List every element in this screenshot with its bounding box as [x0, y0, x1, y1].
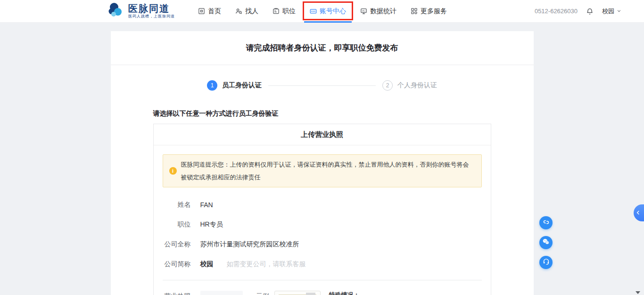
company-shortname-label: 公司简称: [163, 260, 191, 269]
user-name: 校园: [602, 7, 614, 16]
name-value: FAN: [200, 201, 213, 209]
nav-label: 职位: [282, 7, 296, 16]
logo-title: 医脉同道: [128, 4, 175, 13]
banner: 请完成招聘者身份认证，即享职位免费发布: [111, 31, 534, 65]
company-fullname-value: 苏州市计量测试研究所园区校准所: [200, 240, 299, 249]
instruction-text: 请选择以下任意一种方式进行员工身份验证: [153, 110, 491, 118]
sidebar-collapse-handle[interactable]: [634, 204, 644, 221]
page-title: 请完成招聘者身份认证，即享职位免费发布: [246, 42, 398, 53]
customer-service-button[interactable]: [539, 256, 553, 269]
floating-action-stack: [539, 216, 553, 269]
nav-item-jobs[interactable]: 职位: [272, 0, 296, 22]
nav-label: 数据统计: [370, 7, 396, 16]
license-upload-box[interactable]: [200, 291, 243, 295]
nav-item-find-people[interactable]: 找人: [235, 0, 258, 22]
example-label: 示例: [256, 291, 269, 295]
nav-label: 找人: [245, 7, 258, 16]
top-navbar: 医脉同道 医药人跳槽，上医脉同道 首页 找人: [0, 0, 644, 23]
upload-license-card: 上传营业执照 i 医脉同道提示您：上传的资料仅用于认证，请保证资料的真实性，禁止…: [153, 124, 491, 295]
special-cases-title: 特殊情况：: [329, 291, 475, 295]
find-people-icon: [235, 8, 242, 15]
account-center-icon: [310, 8, 317, 15]
form-row-name: 姓名 FAN: [163, 201, 482, 209]
form-row-company-shortname: 公司简称 校园 如需变更公司，请联系客服: [163, 260, 482, 269]
notice-banner: i 医脉同道提示您：上传的资料仅用于认证，请保证资料的真实性，禁止冒用他人的资料…: [163, 154, 482, 187]
main-nav: 首页 找人 职位: [191, 0, 454, 22]
position-value: HR专员: [200, 220, 223, 229]
nav-item-statistics[interactable]: 数据统计: [360, 0, 396, 22]
share-link-button[interactable]: [539, 216, 553, 229]
form-row-position: 职位 HR专员: [163, 220, 482, 229]
notification-bell-icon[interactable]: [586, 8, 594, 15]
active-tab-underline: [304, 21, 352, 23]
step-label: 个人身份认证: [397, 81, 437, 90]
step-employee-verification: 1 员工身份认证: [207, 80, 262, 91]
verification-form: 姓名 FAN 职位 HR专员 公司全称 苏州市计量测试研究所园区校准所 公司简称…: [163, 201, 482, 269]
form-row-company-fullname: 公司全称 苏州市计量测试研究所园区校准所: [163, 240, 482, 249]
nav-item-account-center[interactable]: 账号中心: [310, 0, 346, 22]
info-icon: i: [169, 167, 177, 175]
license-label: 营业执照: [163, 291, 191, 295]
nav-label: 账号中心: [320, 7, 346, 16]
license-example-image[interactable]: 营业执照: [274, 291, 321, 295]
step-indicator: 1 员工身份认证 2 个人身份认证: [111, 80, 534, 91]
service-phone: 0512-62626030: [535, 8, 578, 15]
step-label: 员工身份认证: [222, 81, 262, 90]
step-number: 1: [207, 80, 217, 91]
divider: [163, 280, 482, 280]
nav-item-more-services[interactable]: 更多服务: [411, 0, 447, 22]
company-fullname-label: 公司全称: [163, 240, 191, 249]
nav-item-home[interactable]: 首页: [198, 0, 221, 22]
company-shortname-value: 校园: [200, 260, 214, 269]
change-company-hint: 如需变更公司，请联系客服: [227, 260, 306, 269]
headset-icon: [543, 258, 550, 267]
notice-text: 医脉同道提示您：上传的资料仅用于认证，请保证资料的真实性，禁止冒用他人的资料，否…: [181, 161, 469, 181]
logo-mark-icon: [107, 2, 124, 21]
step-connector: [268, 85, 376, 86]
home-icon: [198, 8, 205, 15]
scrollbar-down-arrow[interactable]: [636, 291, 640, 294]
job-icon: [272, 8, 280, 15]
card-title: 上传营业执照: [154, 124, 491, 145]
wechat-icon: [542, 238, 550, 247]
stats-icon: [360, 8, 367, 15]
nav-label: 更多服务: [421, 7, 447, 16]
chevron-down-icon: [617, 8, 621, 15]
step-personal-verification: 2 个人身份认证: [382, 80, 437, 91]
user-menu[interactable]: 校园: [602, 7, 621, 16]
special-cases-notes: 特殊情况： 1. 分部公司使用总部的营业执照请在“在职证明”处上传 2. 该情况…: [329, 291, 475, 295]
example-image-tab: [306, 293, 315, 295]
position-label: 职位: [163, 220, 191, 229]
logo-subtitle: 医药人跳槽，上医脉同道: [128, 15, 175, 18]
chevron-left-icon: [636, 209, 641, 217]
logo[interactable]: 医脉同道 医药人跳槽，上医脉同道: [107, 2, 175, 21]
wechat-button[interactable]: [539, 236, 553, 249]
nav-label: 首页: [208, 7, 221, 16]
name-label: 姓名: [163, 201, 191, 209]
license-upload-row: 营业执照 示例 营业执照 特殊情况： 1: [163, 291, 482, 295]
link-icon: [543, 219, 550, 228]
main-content-panel: 请完成招聘者身份认证，即享职位免费发布 1 员工身份认证 2 个人身份认证 请选…: [111, 31, 534, 295]
more-services-icon: [411, 8, 418, 15]
step-number: 2: [382, 80, 393, 91]
